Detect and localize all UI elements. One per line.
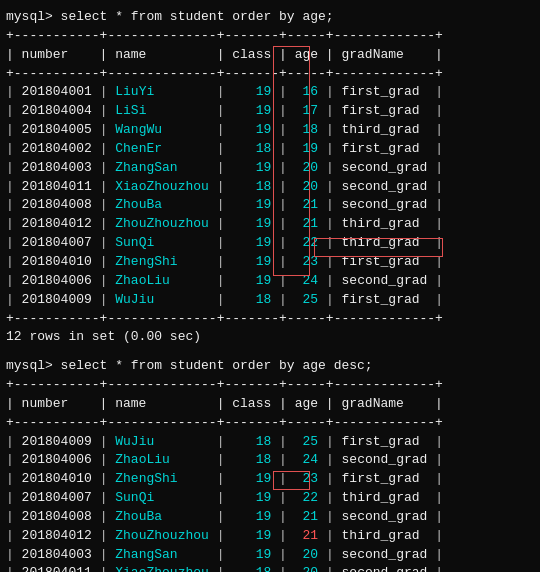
table1-row: | 201804001 | LiuYi | 19 | 16 | first_gr… [6, 83, 534, 102]
table2-row: | 201804006 | ZhaoLiu | 18 | 24 | second… [6, 451, 534, 470]
table1-row: | 201804012 | ZhouZhouzhou | 19 | 21 | t… [6, 215, 534, 234]
table2-wrap: +-----------+--------------+-------+----… [6, 376, 534, 572]
table2-rows: | 201804009 | WuJiu | 18 | 25 | first_gr… [6, 433, 534, 572]
table1-row: | 201804011 | XiaoZhouzhou | 18 | 20 | s… [6, 178, 534, 197]
table2-sep-top: +-----------+--------------+-------+----… [6, 376, 534, 395]
table1-row: | 201804005 | WangWu | 19 | 18 | third_g… [6, 121, 534, 140]
table1-row: | 201804008 | ZhouBa | 19 | 21 | second_… [6, 196, 534, 215]
table2-row: | 201804011 | XiaoZhouzhou | 18 | 20 | s… [6, 564, 534, 572]
table2-row: | 201804007 | SunQi | 19 | 22 | third_gr… [6, 489, 534, 508]
table1-sep-top: +-----------+--------------+-------+----… [6, 27, 534, 46]
table2-sep-header: +-----------+--------------+-------+----… [6, 414, 534, 433]
table1-wrap: +-----------+--------------+-------+----… [6, 27, 534, 329]
query1-prompt: mysql> select * from student order by ag… [6, 8, 534, 27]
spacer [6, 347, 534, 357]
terminal: mysql> select * from student order by ag… [6, 8, 534, 572]
table1-rows: | 201804001 | LiuYi | 19 | 16 | first_gr… [6, 83, 534, 309]
table1-header: | number | name | class | age | gradName… [6, 46, 534, 65]
table1-row: | 201804006 | ZhaoLiu | 19 | 24 | second… [6, 272, 534, 291]
table1-row: | 201804009 | WuJiu | 18 | 25 | first_gr… [6, 291, 534, 310]
table2-header: | number | name | class | age | gradName… [6, 395, 534, 414]
table1-row: | 201804002 | ChenEr | 18 | 19 | first_g… [6, 140, 534, 159]
result1: 12 rows in set (0.00 sec) [6, 328, 534, 347]
table2-row: | 201804003 | ZhangSan | 19 | 20 | secon… [6, 546, 534, 565]
query2-prompt: mysql> select * from student order by ag… [6, 357, 534, 376]
table1-row: | 201804007 | SunQi | 19 | 22 | third_gr… [6, 234, 534, 253]
table2-row: | 201804010 | ZhengShi | 19 | 23 | first… [6, 470, 534, 489]
table2-row: | 201804009 | WuJiu | 18 | 25 | first_gr… [6, 433, 534, 452]
table1-sep-bottom: +-----------+--------------+-------+----… [6, 310, 534, 329]
table1-row: | 201804010 | ZhengShi | 19 | 23 | first… [6, 253, 534, 272]
table1-sep-header: +-----------+--------------+-------+----… [6, 65, 534, 84]
table2-row: | 201804008 | ZhouBa | 19 | 21 | second_… [6, 508, 534, 527]
table1-row: | 201804004 | LiSi | 19 | 17 | first_gra… [6, 102, 534, 121]
table1-row: | 201804003 | ZhangSan | 19 | 20 | secon… [6, 159, 534, 178]
table2-row: | 201804012 | ZhouZhouzhou | 19 | 21 | t… [6, 527, 534, 546]
